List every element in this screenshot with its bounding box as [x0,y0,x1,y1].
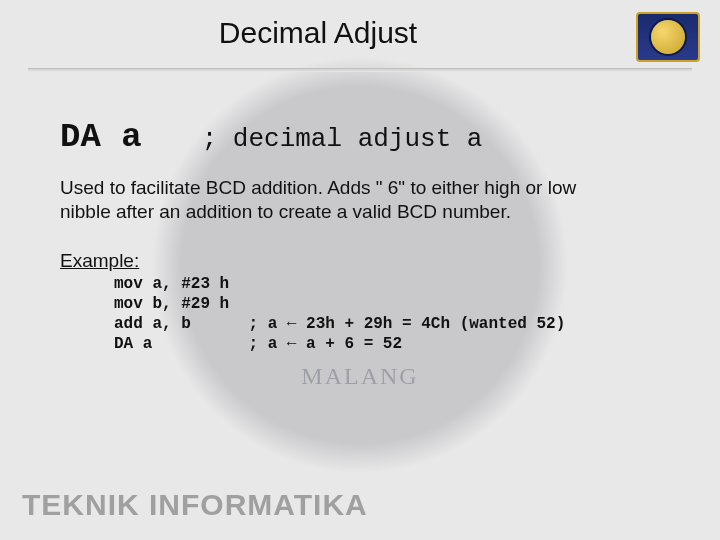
code-line-3-comment: ; a ← 23h + 29h = 4Ch (wanted 52) [248,315,565,333]
content-area: DA a ; decimal adjust a Used to facilita… [0,72,720,354]
slide: Decimal Adjust DA a ; decimal adjust a U… [0,0,720,540]
code-block: mov a, #23 h mov b, #29 h add a, b ; a ←… [60,274,660,354]
code-line-1: mov a, #23 h [114,275,229,293]
code-line-3-op: add a, b [114,315,191,333]
slide-title: Decimal Adjust [0,12,636,50]
code-line-4-op: DA a [114,335,152,353]
ub-logo [636,12,700,62]
mnemonic-comment: ; decimal adjust a [202,124,483,154]
code-line-2: mov b, #29 h [114,295,229,313]
description-text: Used to facilitate BCD addition. Adds " … [60,176,620,224]
footer-brand: TEKNIK INFORMATIKA [22,488,368,522]
title-row: Decimal Adjust [0,0,720,62]
instruction-heading: DA a ; decimal adjust a [60,118,660,156]
mnemonic-text: DA a [60,118,142,156]
example-label: Example: [60,250,660,272]
ub-logo-icon [651,20,685,54]
code-line-4-comment: ; a ← a + 6 = 52 [248,335,402,353]
